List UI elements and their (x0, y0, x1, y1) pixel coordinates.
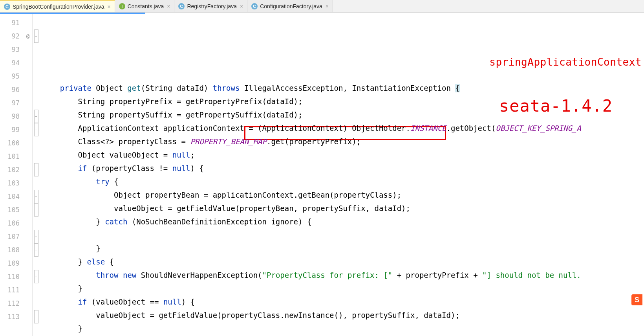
fold-mark[interactable]: – (33, 310, 40, 323)
editor-tab[interactable]: CSpringBootConfigurationProvider.java× (0, 0, 115, 12)
line-number: 100 (0, 136, 24, 150)
fold-mark[interactable]: – (33, 203, 40, 217)
gutter-mark (24, 56, 32, 70)
code-line[interactable] (40, 68, 644, 81)
gutter-mark (24, 217, 32, 230)
line-number: 102 (0, 163, 24, 176)
gutter-mark (24, 110, 32, 123)
line-number: 91 (0, 16, 24, 29)
code-line[interactable]: Class<?> propertyClass = PROPERTY_BEAN_M… (40, 135, 644, 148)
gutter-mark (24, 203, 32, 217)
fold-mark[interactable] (33, 217, 40, 230)
tab-label: SpringBootConfigurationProvider.java (13, 4, 104, 10)
fold-mark[interactable]: – (33, 110, 40, 123)
fold-mark[interactable]: – (33, 230, 40, 243)
gutter-mark (24, 243, 32, 257)
code-line[interactable]: try { (40, 175, 644, 188)
fold-mark[interactable] (33, 283, 40, 297)
gutter-mark (24, 297, 32, 310)
editor-tab[interactable]: IConstants.java× (115, 0, 175, 12)
fold-mark[interactable]: – (33, 163, 40, 176)
file-type-icon: C (4, 4, 10, 10)
line-number: 104 (0, 190, 24, 203)
gutter-mark (24, 230, 32, 243)
fold-mark[interactable] (33, 257, 40, 270)
code-line[interactable]: Object propertyBean = applicationContext… (40, 188, 644, 202)
code-line[interactable]: Object valueObject = null; (40, 148, 644, 162)
line-number: 94 (0, 56, 24, 70)
line-number-gutter: 9192939495969798991001011021031041051061… (0, 14, 24, 336)
code-line[interactable]: } else { (40, 255, 644, 268)
line-number: 95 (0, 70, 24, 83)
line-number: 113 (0, 310, 24, 323)
line-number: 93 (0, 43, 24, 56)
code-line[interactable]: if (valueObject == null) { (40, 295, 644, 308)
fold-mark[interactable]: – (33, 270, 40, 283)
code-line[interactable]: } (40, 322, 644, 335)
fold-mark[interactable] (33, 176, 40, 190)
fold-mark[interactable] (33, 136, 40, 150)
line-number: 112 (0, 297, 24, 310)
gutter-mark (24, 43, 32, 56)
fold-mark[interactable] (33, 56, 40, 70)
gutter-mark: @ (24, 29, 32, 43)
file-type-icon: C (251, 3, 258, 9)
tab-label: RegistryFactory.java (187, 3, 237, 9)
code-line[interactable]: } (40, 242, 644, 255)
fold-mark[interactable] (33, 150, 40, 163)
line-number: 97 (0, 96, 24, 110)
line-number: 92 (0, 29, 24, 43)
code-line[interactable]: String propertyPrefix = getPropertyPrefi… (40, 95, 644, 108)
close-icon[interactable]: × (106, 4, 111, 10)
code-line[interactable]: } (40, 282, 644, 295)
gutter-mark (24, 70, 32, 83)
file-type-icon: I (119, 3, 125, 9)
gutter-mark (24, 310, 32, 323)
code-line[interactable]: if (propertyClass != null) { (40, 162, 644, 175)
gutter-mark (24, 190, 32, 203)
code-line[interactable] (40, 228, 644, 242)
close-icon[interactable]: × (325, 3, 329, 9)
code-line[interactable]: private Object get(String dataId) throws… (40, 81, 644, 95)
code-line[interactable]: throw new ShouldNeverHappenException("Pr… (40, 268, 644, 282)
editor-tabs: CSpringBootConfigurationProvider.java×IC… (0, 0, 644, 13)
tab-label: ConfigurationFactory.java (260, 3, 322, 9)
line-number: 105 (0, 203, 24, 217)
gutter-mark (24, 16, 32, 29)
fold-mark[interactable] (33, 297, 40, 310)
fold-mark[interactable] (33, 43, 40, 56)
line-number: 96 (0, 83, 24, 96)
code-line[interactable]: valueObject = getFieldValue(propertyBean… (40, 202, 644, 215)
fold-mark[interactable]: – (33, 123, 40, 136)
code-editor: 9192939495969798991001011021031041051061… (0, 14, 644, 336)
line-number: 98 (0, 110, 24, 123)
fold-mark[interactable]: – (33, 243, 40, 257)
code-line[interactable]: String propertySuffix = getPropertySuffi… (40, 108, 644, 121)
file-type-icon: C (178, 3, 185, 9)
fold-mark[interactable] (33, 96, 40, 110)
line-number: 107 (0, 230, 24, 243)
close-icon[interactable]: × (239, 3, 244, 9)
close-icon[interactable]: × (166, 3, 171, 9)
fold-mark[interactable]: – (33, 190, 40, 203)
editor-tab[interactable]: CRegistryFactory.java× (174, 0, 247, 12)
fold-mark[interactable]: – (33, 29, 40, 43)
editor-tab[interactable]: CConfigurationFactory.java× (247, 0, 333, 12)
gutter-mark (24, 83, 32, 96)
fold-mark[interactable] (33, 16, 40, 29)
fold-gutter: –––––––––– (33, 14, 40, 336)
line-number: 108 (0, 243, 24, 257)
line-number: 101 (0, 150, 24, 163)
code-line[interactable]: ApplicationContext applicationContext = … (40, 121, 644, 135)
gutter-mark (24, 176, 32, 190)
code-line[interactable]: valueObject = getFieldValue(propertyClas… (40, 308, 644, 322)
fold-mark[interactable] (33, 70, 40, 83)
code-area[interactable]: springApplicationContext seata-1.4.2 S p… (40, 14, 644, 336)
gutter-mark (24, 136, 32, 150)
annotation-gutter: @ (24, 14, 32, 336)
gutter-mark (24, 96, 32, 110)
code-line[interactable]: } catch (NoSuchBeanDefinitionException i… (40, 215, 644, 228)
fold-mark[interactable] (33, 83, 40, 96)
line-number: 99 (0, 123, 24, 136)
line-number: 111 (0, 283, 24, 297)
